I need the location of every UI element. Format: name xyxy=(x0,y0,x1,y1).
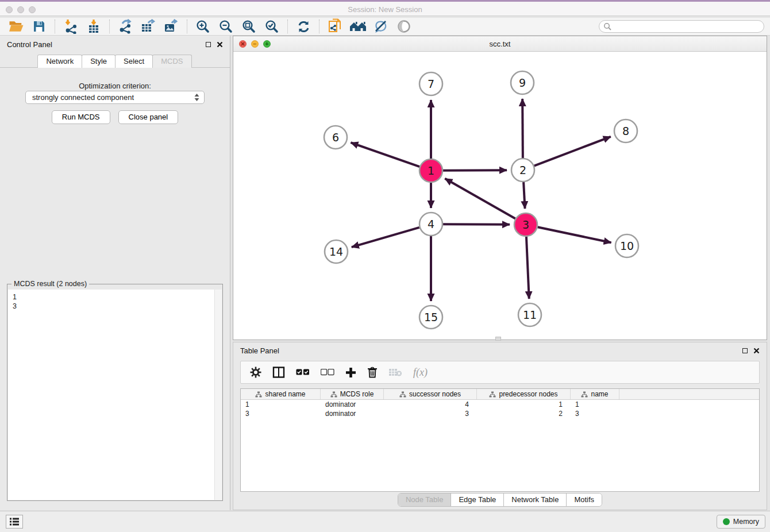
edge-2-3[interactable] xyxy=(523,182,525,209)
tab-motifs[interactable]: Motifs xyxy=(567,494,602,506)
node-15[interactable]: 15 xyxy=(419,306,442,329)
tab-mcds[interactable]: MCDS xyxy=(152,55,191,68)
select-all-button[interactable] xyxy=(296,369,310,376)
import-network-button[interactable] xyxy=(59,18,82,34)
table-row[interactable]: 3dominator323 xyxy=(241,409,759,418)
edge-3-10[interactable] xyxy=(538,227,611,242)
close-panel-icon[interactable] xyxy=(217,41,223,48)
memory-label: Memory xyxy=(733,518,759,526)
criterion-select[interactable]: strongly connected component xyxy=(25,91,205,104)
float-table-panel-icon[interactable] xyxy=(742,348,748,353)
edge-3-1[interactable] xyxy=(445,179,515,219)
edge-2-9[interactable] xyxy=(522,99,523,158)
table-panel: Table Panel xyxy=(233,342,767,510)
column-header-name[interactable]: name xyxy=(571,389,619,399)
delete-table-button[interactable] xyxy=(388,368,402,377)
table-cell: 1 xyxy=(477,400,571,409)
home-icon xyxy=(349,20,367,33)
edge-1-2[interactable] xyxy=(443,170,507,171)
delete-row-button[interactable] xyxy=(367,367,378,378)
show-columns-button[interactable] xyxy=(272,367,285,378)
memory-status-icon xyxy=(723,518,730,525)
node-1[interactable]: 1 xyxy=(419,159,442,182)
tab-network-table[interactable]: Network Table xyxy=(504,494,567,506)
edge-4-14[interactable] xyxy=(352,228,419,247)
toolbar-separator xyxy=(55,20,55,33)
close-table-panel-icon[interactable] xyxy=(753,348,760,354)
table-body: 1dominator4113dominator323 xyxy=(241,400,759,418)
node-label: 15 xyxy=(424,311,438,323)
export-image-icon xyxy=(163,19,179,34)
node-2[interactable]: 2 xyxy=(511,159,534,182)
node-7[interactable]: 7 xyxy=(419,72,442,95)
memory-button[interactable]: Memory xyxy=(717,515,765,529)
node-label: 14 xyxy=(329,245,343,258)
hide-annotations-button[interactable] xyxy=(369,18,392,34)
level-of-detail-button[interactable] xyxy=(392,18,415,34)
column-header-shared-name[interactable]: shared name xyxy=(241,389,321,399)
zoom-out-button[interactable] xyxy=(214,18,237,34)
zoom-fit-button[interactable] xyxy=(237,18,260,34)
table-cell: 3 xyxy=(384,409,477,418)
node-9[interactable]: 9 xyxy=(511,71,534,94)
save-session-button[interactable] xyxy=(28,18,51,34)
function-builder-button[interactable]: f(x) xyxy=(413,367,428,379)
mcds-result-area[interactable]: 1 3 xyxy=(8,290,222,500)
run-mcds-button[interactable]: Run MCDS xyxy=(52,110,110,124)
node-10[interactable]: 10 xyxy=(615,234,638,257)
export-network-button[interactable] xyxy=(114,18,137,34)
column-header-MCDS-role[interactable]: MCDS role xyxy=(321,389,384,399)
zoom-in-button[interactable] xyxy=(191,18,214,34)
export-image-button[interactable] xyxy=(160,18,183,34)
edge-3-11[interactable] xyxy=(526,237,529,299)
clone-network-button[interactable] xyxy=(324,18,346,34)
toolbar-separator xyxy=(287,20,288,33)
table-cell: 3 xyxy=(241,409,321,418)
import-table-button[interactable] xyxy=(82,18,105,34)
tab-select[interactable]: Select xyxy=(115,55,153,68)
close-panel-button[interactable]: Close panel xyxy=(118,110,179,124)
node-3[interactable]: 3 xyxy=(514,213,537,236)
task-history-button[interactable] xyxy=(6,515,23,529)
column-type-icon xyxy=(581,391,588,398)
network-window-titlebar[interactable]: ✕ − + scc.txt xyxy=(233,36,767,52)
table-header-row: shared nameMCDS rolesuccessor nodesprede… xyxy=(241,389,759,400)
table-tabs: Node TableEdge TableNetwork TableMotifs xyxy=(398,493,602,507)
column-type-icon xyxy=(330,391,337,398)
zoom-in-icon xyxy=(195,19,210,34)
refresh-icon xyxy=(297,20,311,34)
tab-style[interactable]: Style xyxy=(82,55,116,68)
deselect-all-button[interactable] xyxy=(321,369,334,376)
tab-node-table[interactable]: Node Table xyxy=(398,494,452,506)
tab-network[interactable]: Network xyxy=(37,55,82,68)
edge-4-3[interactable] xyxy=(443,224,510,225)
result-scrollbar[interactable] xyxy=(214,290,222,500)
add-row-button[interactable] xyxy=(345,367,356,378)
column-settings-button[interactable] xyxy=(250,367,261,378)
search-field[interactable] xyxy=(599,20,764,33)
export-network-icon xyxy=(118,19,133,34)
refresh-network-button[interactable] xyxy=(292,18,315,34)
table-row[interactable]: 1dominator411 xyxy=(241,400,759,409)
column-header-predecessor-nodes[interactable]: predecessor nodes xyxy=(477,389,571,399)
node-4[interactable]: 4 xyxy=(419,213,442,236)
node-14[interactable]: 14 xyxy=(325,240,348,263)
float-panel-icon[interactable] xyxy=(206,42,211,47)
node-label: 2 xyxy=(519,164,526,176)
open-session-button[interactable] xyxy=(5,18,28,34)
cyndex-home-button[interactable] xyxy=(346,18,369,34)
split-divider-handle[interactable] xyxy=(495,337,501,341)
main-toolbar xyxy=(0,18,770,36)
node-6[interactable]: 6 xyxy=(324,126,347,149)
edge-1-6[interactable] xyxy=(351,142,419,167)
search-input[interactable] xyxy=(614,22,764,30)
node-8[interactable]: 8 xyxy=(614,119,637,142)
zoom-selected-button[interactable] xyxy=(260,18,283,34)
network-canvas[interactable]: 7968124314101511 xyxy=(233,52,767,340)
node-11[interactable]: 11 xyxy=(518,303,541,326)
export-table-icon xyxy=(140,19,156,34)
tab-edge-table[interactable]: Edge Table xyxy=(451,494,504,506)
edge-2-8[interactable] xyxy=(534,137,611,166)
export-table-button[interactable] xyxy=(137,18,160,34)
column-header-successor-nodes[interactable]: successor nodes xyxy=(384,389,477,399)
